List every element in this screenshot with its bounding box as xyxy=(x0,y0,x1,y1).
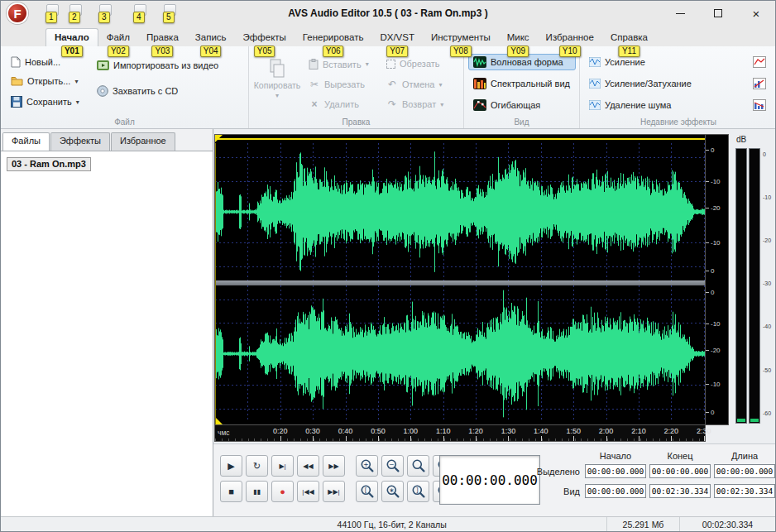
waveform-channel-left[interactable] xyxy=(215,143,705,280)
zoom-out-button[interactable]: − xyxy=(381,455,404,477)
qat-item-3[interactable]: 3 xyxy=(98,4,113,22)
ribbon-tab-Запись[interactable]: ЗаписьY04 xyxy=(187,29,235,46)
recent-effect-amplify-button[interactable]: Усиление xyxy=(584,54,771,70)
recent-effect-noise-removal-button[interactable]: Удаление шума xyxy=(584,97,771,113)
ribbon-tab-Инструменты[interactable]: ИнструментыY08 xyxy=(423,29,499,46)
recent-effect-label: Удаление шума xyxy=(605,100,671,110)
save-button[interactable]: Сохранить ▾ xyxy=(6,93,84,110)
ribbon-tab-DX/VST[interactable]: DX/VSTY07 xyxy=(371,29,423,46)
cut-button[interactable]: ✂ Вырезать xyxy=(304,76,370,93)
view-row-label: Вид xyxy=(526,486,580,496)
paste-button[interactable]: Вставить ▾ xyxy=(304,56,374,72)
loop-button[interactable]: ↻ xyxy=(246,455,268,477)
record-button[interactable]: ● xyxy=(271,481,294,502)
minimize-button[interactable] xyxy=(661,1,699,26)
fade-chart-icon xyxy=(753,78,766,89)
selection-strip[interactable] xyxy=(215,135,705,143)
zoom-to-selection-button[interactable]: [ xyxy=(356,481,378,502)
qat-item-4[interactable]: 4 xyxy=(133,4,147,22)
qat-item-5[interactable]: 5 xyxy=(163,4,177,22)
save-dropdown-icon[interactable]: ▾ xyxy=(76,98,79,106)
open-dropdown-icon[interactable]: ▾ xyxy=(74,78,78,85)
play-to-end-button[interactable]: ▶| xyxy=(271,455,294,477)
zoom-normal-icon xyxy=(411,458,426,473)
rewind-button[interactable]: ◀◀ xyxy=(297,455,319,477)
db-scale-label: -10 xyxy=(711,320,721,328)
go-to-start-button[interactable]: |◀◀ xyxy=(297,481,319,502)
ribbon-tab-Генерировать[interactable]: ГенерироватьY06 xyxy=(295,29,372,46)
view-spectral-button[interactable]: Спектральный вид xyxy=(468,75,576,92)
trim-button[interactable]: Обрезать xyxy=(381,56,445,71)
window-controls: × xyxy=(661,1,775,26)
pause-icon: ▮▮ xyxy=(253,488,261,496)
sidebar-tab-Файлы[interactable]: Файлы xyxy=(2,132,50,151)
time-ruler[interactable]: чмс 0:200:300:400:501:001:101:201:301:40… xyxy=(214,425,706,442)
file-list-item[interactable]: 03 - Ram On.mp3 xyxy=(7,157,91,171)
sidebar-tab-Эффекты[interactable]: Эффекты xyxy=(50,132,110,151)
annotation-badge: 4 xyxy=(133,12,145,23)
close-button[interactable]: × xyxy=(737,1,775,26)
zoom-all-button[interactable]: ∗ xyxy=(381,481,404,502)
waveform-channel-right[interactable] xyxy=(215,285,705,422)
copy-button[interactable]: Копировать ▾ xyxy=(254,53,300,114)
file-list: 03 - Ram On.mp3 xyxy=(1,151,213,518)
zoom-in-button[interactable]: + xyxy=(356,455,378,477)
ribbon-tab-Избранное[interactable]: ИзбранноеY10 xyxy=(538,29,602,46)
pause-button[interactable]: ▮▮ xyxy=(246,481,268,502)
recent-effect-fade-button[interactable]: Усиление/Затухание xyxy=(584,75,771,92)
new-button[interactable]: Новый... xyxy=(6,54,65,70)
delete-button[interactable]: × Удалить xyxy=(304,96,364,113)
selection-length-input[interactable] xyxy=(714,464,775,478)
app-logo-icon[interactable]: F xyxy=(7,2,28,24)
selection-start-input[interactable] xyxy=(585,464,646,478)
db-scale-label: 0 xyxy=(711,146,714,154)
stop-button[interactable]: ■ xyxy=(220,481,242,502)
zoom-normal-button[interactable] xyxy=(407,455,429,477)
ruler-time-label: 2:00 xyxy=(599,427,614,435)
ruler-time-label: 0:20 xyxy=(273,427,288,435)
redo-button[interactable]: ↷ Возврат ▾ xyxy=(381,96,448,113)
qat-item-1[interactable]: 1 xyxy=(46,4,60,22)
undo-button[interactable]: ↶ Отмена ▾ xyxy=(381,76,447,93)
waveform-panel[interactable] xyxy=(214,134,706,425)
ribbon-tab-Правка[interactable]: ПравкаY03 xyxy=(138,29,187,46)
go-to-end-button[interactable]: ▶▶| xyxy=(323,481,345,502)
ribbon-tab-Файл[interactable]: ФайлY02 xyxy=(98,29,138,46)
annotation-badge: 3 xyxy=(98,12,110,23)
ribbon-tab-label: Начало xyxy=(55,32,89,42)
rewind-icon: ◀◀ xyxy=(303,463,313,470)
recent-effects-group-label: Недавние эффекты xyxy=(580,117,776,127)
play-button[interactable]: ▶ xyxy=(220,455,242,477)
ribbon-tab-label: Инструменты xyxy=(431,32,491,42)
fast-forward-button[interactable]: ▶▶ xyxy=(323,455,345,477)
view-envelope-button[interactable]: Огибающая xyxy=(468,97,576,113)
qat-item-2[interactable]: 2 xyxy=(69,4,83,22)
transport-panel: ▶↻▶|◀◀▶▶■▮▮●|◀◀▶▶|+−↕[∗]↕ 00:00:00.000 Н… xyxy=(213,443,776,518)
annotation-badge: Y05 xyxy=(254,46,275,57)
save-icon xyxy=(11,96,22,108)
ribbon-tab-Микс[interactable]: МиксY09 xyxy=(499,29,538,46)
envelope-view-icon xyxy=(473,99,486,111)
db-tick xyxy=(706,292,709,293)
ribbon-tab-Справка[interactable]: СправкаY11 xyxy=(602,29,656,46)
cursor-flag-bottom-icon[interactable] xyxy=(215,417,223,424)
capture-from-cd-button[interactable]: Захватить с CD xyxy=(92,83,183,99)
cursor-flag-top-icon[interactable] xyxy=(215,135,223,142)
sidebar-tab-Избранное[interactable]: Избранное xyxy=(111,132,175,151)
view-length-input[interactable] xyxy=(714,484,775,498)
redo-label: Возврат xyxy=(402,99,436,109)
db-tick xyxy=(706,350,709,351)
zoom-last-button[interactable]: ] xyxy=(407,481,429,502)
import-from-video-button[interactable]: Импортировать из видео xyxy=(92,58,223,73)
ribbon-tab-Начало[interactable]: НачалоY01 xyxy=(46,28,98,46)
selection-end-input[interactable] xyxy=(649,464,711,478)
ribbon-tab-Эффекты[interactable]: ЭффектыY05 xyxy=(235,29,295,46)
open-button[interactable]: Открыть... ▾ xyxy=(6,74,83,89)
annotation-badge: Y06 xyxy=(323,46,344,57)
maximize-button[interactable] xyxy=(699,1,737,26)
new-label: Новый... xyxy=(25,57,60,67)
svg-text:[: [ xyxy=(364,486,366,494)
meter-level-segment xyxy=(737,419,745,422)
view-end-input[interactable] xyxy=(649,484,711,498)
view-start-input[interactable] xyxy=(585,484,646,498)
